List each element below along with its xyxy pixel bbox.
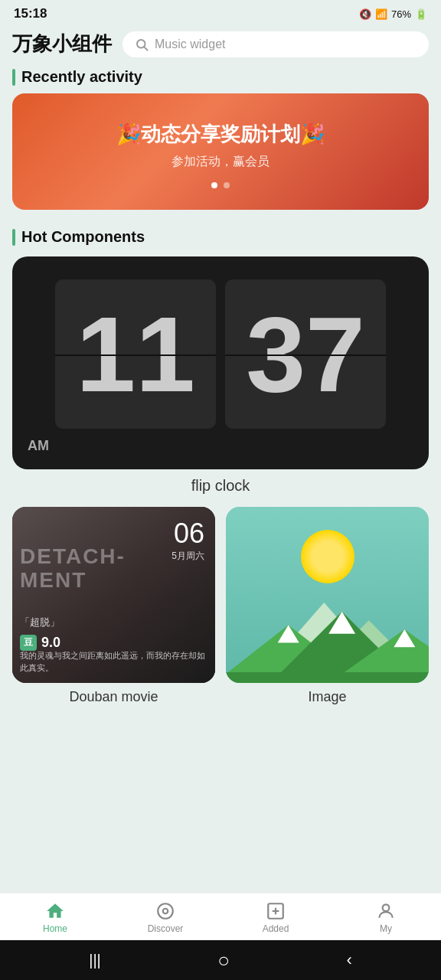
svg-line-1 bbox=[144, 47, 147, 50]
section-bar-accent-2 bbox=[12, 229, 15, 246]
douban-label: Douban movie bbox=[12, 689, 215, 705]
hot-components-header: Hot Components bbox=[12, 228, 429, 246]
svg-point-11 bbox=[158, 903, 173, 919]
nav-added-label: Added bbox=[263, 923, 289, 934]
search-placeholder: Music widget bbox=[155, 38, 225, 51]
flip-minute: 37 bbox=[246, 301, 365, 408]
section-bar-accent bbox=[12, 69, 15, 86]
douban-badge: 豆 bbox=[20, 635, 37, 651]
douban-rating-row: 豆 9.0 bbox=[20, 635, 60, 651]
nav-my[interactable]: My bbox=[331, 901, 441, 934]
status-bar: 15:18 🔇 📶 76% 🔋 bbox=[0, 0, 441, 24]
image-card[interactable] bbox=[226, 507, 429, 683]
dot-1 bbox=[211, 182, 217, 188]
nav-home-label: Home bbox=[43, 923, 67, 934]
system-nav-bar: ||| ○ ‹ bbox=[0, 940, 441, 980]
header: 万象小组件 Music widget bbox=[0, 24, 441, 68]
my-icon bbox=[376, 901, 396, 921]
douban-title-en: DETACH-MENT bbox=[20, 545, 126, 593]
douban-title-zh: 「超脱」 bbox=[20, 616, 60, 629]
status-icons: 🔇 📶 76% 🔋 bbox=[359, 8, 427, 20]
banner-section[interactable]: 🎉动态分享奖励计划🎉 参加活动，赢会员 bbox=[12, 93, 429, 210]
image-widget[interactable]: Image bbox=[226, 507, 429, 708]
nav-home[interactable]: Home bbox=[0, 901, 110, 934]
app-title: 万象小组件 bbox=[12, 31, 112, 57]
mute-icon: 🔇 bbox=[359, 8, 371, 20]
sys-nav-back[interactable]: ‹ bbox=[346, 950, 351, 970]
main-content: Recently activity 🎉动态分享奖励计划🎉 参加活动，赢会员 Ho… bbox=[0, 68, 441, 815]
flip-hour: 11 bbox=[76, 301, 195, 408]
widget-row: 06 5月周六 DETACH-MENT 「超脱」 豆 9.0 我的灵魂与我之间距… bbox=[12, 507, 429, 708]
sys-nav-recent[interactable]: ||| bbox=[89, 952, 101, 969]
flip-clock-display: 11 37 bbox=[28, 279, 413, 429]
douban-widget[interactable]: 06 5月周六 DETACH-MENT 「超脱」 豆 9.0 我的灵魂与我之间距… bbox=[12, 507, 215, 708]
hot-components-title: Hot Components bbox=[21, 228, 145, 246]
added-icon bbox=[266, 901, 286, 921]
douban-day: 06 bbox=[174, 518, 204, 550]
wifi-icon: 📶 bbox=[375, 8, 387, 20]
douban-score: 9.0 bbox=[41, 635, 60, 651]
recently-activity-header: Recently activity bbox=[12, 68, 429, 86]
banner-main-text: 🎉动态分享奖励计划🎉 bbox=[28, 121, 413, 148]
status-time: 15:18 bbox=[14, 6, 47, 21]
discover-icon bbox=[155, 901, 175, 921]
nav-my-label: My bbox=[380, 923, 392, 934]
douban-desc: 我的灵魂与我之间距离如此遥远，而我的存在却如此真实。 bbox=[20, 650, 207, 674]
image-label: Image bbox=[226, 689, 429, 705]
flip-clock-label: flip clock bbox=[12, 477, 429, 495]
flip-ampm: AM bbox=[28, 438, 49, 454]
battery-text: 76% bbox=[391, 8, 411, 20]
nav-discover-label: Discover bbox=[148, 923, 184, 934]
svg-point-12 bbox=[163, 909, 168, 914]
banner-dots bbox=[28, 182, 413, 188]
hot-components-section: Hot Components 11 37 AM flip clock bbox=[12, 228, 429, 708]
banner-card[interactable]: 🎉动态分享奖励计划🎉 参加活动，赢会员 bbox=[12, 93, 429, 210]
search-icon bbox=[135, 38, 149, 51]
svg-rect-10 bbox=[226, 672, 429, 683]
banner-sub-text: 参加活动，赢会员 bbox=[28, 154, 413, 170]
flip-hour-group: 11 bbox=[55, 279, 216, 429]
sys-nav-home[interactable]: ○ bbox=[217, 949, 230, 972]
home-icon bbox=[45, 901, 65, 921]
mountain-svg bbox=[226, 576, 429, 683]
dot-2 bbox=[224, 182, 230, 188]
search-bar[interactable]: Music widget bbox=[122, 31, 429, 57]
douban-card[interactable]: 06 5月周六 DETACH-MENT 「超脱」 豆 9.0 我的灵魂与我之间距… bbox=[12, 507, 215, 683]
flip-clock-bottom: AM bbox=[28, 429, 413, 454]
svg-point-16 bbox=[383, 904, 390, 911]
douban-month-week: 5月周六 bbox=[172, 550, 204, 563]
douban-overlay: 06 5月周六 DETACH-MENT 「超脱」 豆 9.0 我的灵魂与我之间距… bbox=[12, 507, 215, 683]
nav-discover[interactable]: Discover bbox=[110, 901, 220, 934]
bottom-nav: Home Discover Added My bbox=[0, 893, 441, 940]
recently-activity-title: Recently activity bbox=[21, 68, 142, 86]
flip-minute-group: 37 bbox=[225, 279, 386, 429]
flip-clock-card[interactable]: 11 37 AM bbox=[12, 256, 429, 469]
nav-added[interactable]: Added bbox=[220, 901, 331, 934]
battery-icon: 🔋 bbox=[415, 8, 427, 20]
